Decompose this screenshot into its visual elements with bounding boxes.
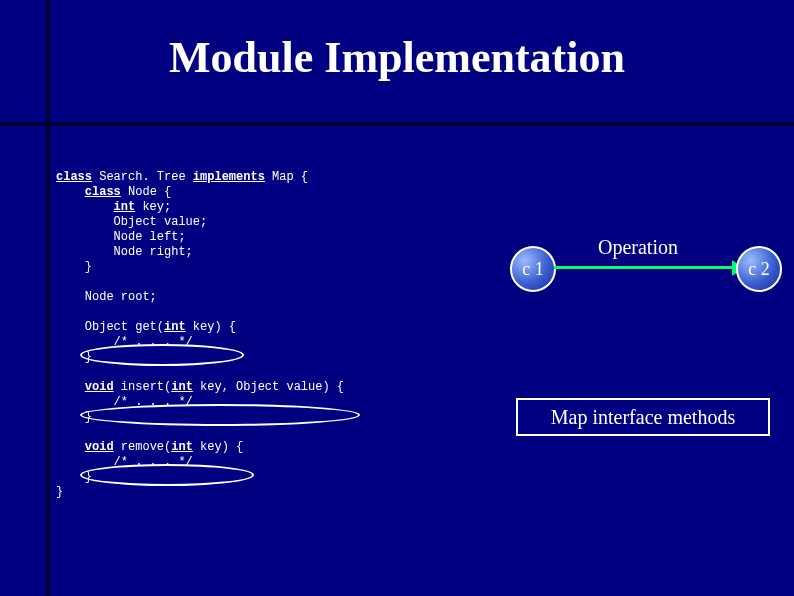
kw-int-get: int [164, 320, 186, 334]
code-block: class Search. Tree implements Map { clas… [56, 170, 344, 500]
kw-implements: implements [193, 170, 265, 184]
node-c1: c 1 [510, 246, 556, 292]
kw-class-inner: class [85, 185, 121, 199]
kw-class: class [56, 170, 92, 184]
node-c2: c 2 [736, 246, 782, 292]
kw-void-insert: void [85, 380, 114, 394]
slide: Module Implementation class Search. Tree… [0, 0, 794, 596]
caption-box: Map interface methods [516, 398, 770, 436]
arrow-line [554, 266, 738, 269]
vertical-divider [46, 0, 50, 596]
kw-int: int [114, 200, 136, 214]
kw-int-remove: int [171, 440, 193, 454]
kw-int-insert: int [171, 380, 193, 394]
operation-label: Operation [598, 236, 678, 259]
horizontal-divider [0, 122, 794, 126]
slide-title: Module Implementation [0, 32, 794, 83]
kw-void-remove: void [85, 440, 114, 454]
